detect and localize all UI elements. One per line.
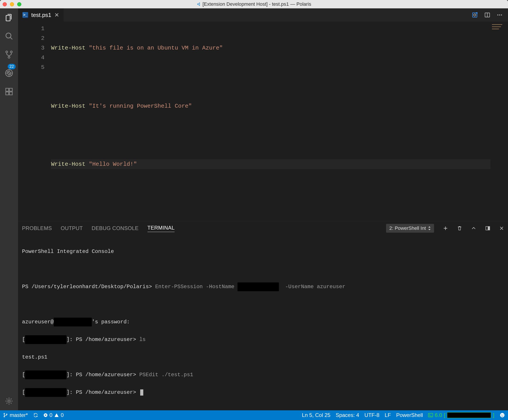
powershell-file-icon: >_: [22, 12, 28, 18]
panel-tab-output[interactable]: OUTPUT: [61, 225, 83, 231]
svg-point-18: [474, 14, 476, 16]
git-branch-status[interactable]: master*: [3, 412, 28, 418]
svg-point-34: [6, 414, 7, 415]
terminal-selector-label: 2: PowerShell Int: [389, 225, 426, 231]
search-tab[interactable]: [4, 31, 14, 41]
tab-test-ps1[interactable]: >_ test.ps1 ✕: [18, 8, 64, 22]
svg-point-4: [8, 56, 10, 58]
settings-gear[interactable]: [4, 396, 14, 406]
titlebar: [Extension Development Host] - test.ps1 …: [0, 0, 508, 8]
svg-rect-38: [428, 413, 433, 417]
svg-rect-15: [9, 92, 12, 95]
panel: PROBLEMS OUTPUT DEBUG CONSOLE TERMINAL 2…: [18, 221, 508, 410]
maximize-panel-icon[interactable]: [471, 226, 476, 231]
terminal-line: PS /Users/tylerleonhardt/Desktop/Polaris…: [22, 282, 504, 291]
svg-rect-12: [6, 88, 8, 91]
svg-marker-24: [428, 226, 431, 228]
indentation-status[interactable]: Spaces: 4: [336, 412, 359, 418]
terminal-selector[interactable]: 2: PowerShell Int: [386, 224, 434, 233]
svg-point-33: [4, 416, 5, 417]
terminal-line: [xxxxxxxxxxxxx]: PS /home/azureuser> PSE…: [22, 370, 504, 379]
extensions-tab[interactable]: [4, 86, 14, 97]
svg-point-23: [501, 15, 502, 16]
svg-point-16: [8, 400, 10, 402]
panel-tab-terminal[interactable]: TERMINAL: [148, 225, 175, 232]
cursor-position-status[interactable]: Ln 5, Col 25: [302, 412, 330, 418]
terminal-cursor: [140, 390, 143, 396]
redacted-hostname: xxxxxxxxxxxxx: [25, 335, 66, 344]
svg-point-41: [501, 414, 502, 415]
terminal-line: [xxxxxxxxxxxxx]: PS /home/azureuser>: [22, 388, 504, 397]
terminal-line: azureuser@xxxxxxxxxxxx's password:: [22, 318, 504, 326]
explorer-tab[interactable]: [4, 12, 14, 23]
more-actions-icon[interactable]: [497, 12, 503, 18]
redacted-hostname: xxxxxxxxxxxxx: [238, 282, 279, 291]
line-number: 5: [18, 62, 45, 72]
minimap[interactable]: [490, 22, 508, 221]
vscode-icon: [197, 2, 201, 6]
svg-point-2: [6, 51, 7, 53]
svg-line-1: [10, 38, 12, 39]
terminal-line: test.ps1: [22, 353, 504, 362]
svg-point-32: [4, 413, 5, 414]
redacted-hostname: xxxxxxxxxxxxx: [25, 370, 66, 379]
eol-status[interactable]: LF: [385, 412, 391, 418]
minimize-window[interactable]: [10, 2, 14, 6]
close-panel-icon[interactable]: [499, 226, 504, 231]
zoom-window[interactable]: [17, 2, 21, 6]
status-bar: master* 0 0 Ln 5, Col 25 Spaces: 4 UTF-8…: [0, 410, 508, 420]
branch-name: master*: [10, 412, 28, 418]
line-number: 4: [18, 53, 45, 62]
open-changes-icon[interactable]: [471, 12, 478, 18]
svg-point-22: [499, 15, 500, 16]
warning-count: 0: [61, 412, 64, 418]
svg-point-3: [10, 51, 12, 53]
error-count: 0: [50, 412, 52, 418]
redacted-hostname: xxxxxxxxxxxxx: [25, 388, 66, 397]
tab-label: test.ps1: [31, 12, 51, 18]
sync-status[interactable]: [33, 413, 38, 418]
encoding-status[interactable]: UTF-8: [365, 412, 380, 418]
feedback-icon[interactable]: [500, 412, 505, 418]
svg-point-40: [500, 413, 504, 417]
line-number: 1: [18, 24, 45, 33]
code-editor[interactable]: 1 2 3 4 5 Write-Host "this file is on an…: [18, 22, 508, 221]
problems-status[interactable]: 0 0: [43, 412, 64, 418]
terminal-line: PowerShell Integrated Console: [22, 247, 504, 256]
source-control-tab[interactable]: 22: [4, 49, 14, 60]
svg-point-42: [503, 414, 503, 415]
activity-bar: 22: [0, 8, 18, 410]
redacted-status: [447, 412, 491, 418]
debug-tab[interactable]: [4, 68, 14, 78]
window-title-text: [Extension Development Host] - test.ps1 …: [202, 1, 311, 7]
line-gutter: 1 2 3 4 5: [18, 22, 51, 221]
redacted-hostname: xxxxxxxxxxxx: [54, 318, 92, 326]
svg-rect-29: [488, 226, 490, 230]
window-controls: [3, 2, 21, 6]
split-editor-icon[interactable]: [484, 12, 490, 18]
panel-tab-bar: PROBLEMS OUTPUT DEBUG CONSOLE TERMINAL 2…: [18, 221, 508, 235]
language-mode-status[interactable]: PowerShell: [396, 412, 423, 418]
powershell-version-status[interactable]: 6.0 []: [428, 412, 494, 418]
window-title: [Extension Development Host] - test.ps1 …: [197, 1, 311, 7]
move-panel-icon[interactable]: [485, 226, 490, 231]
terminal-line: [xxxxxxxxxxxxx]: PS /home/azureuser> ls: [22, 335, 504, 344]
svg-point-21: [497, 15, 499, 16]
panel-tab-problems[interactable]: PROBLEMS: [22, 225, 52, 231]
svg-point-0: [6, 33, 11, 38]
close-window[interactable]: [3, 2, 7, 6]
terminal-content[interactable]: PowerShell Integrated Console PS /Users/…: [18, 235, 508, 410]
scm-badge: 22: [8, 64, 16, 69]
line-number: 2: [18, 33, 45, 43]
svg-rect-13: [9, 88, 12, 91]
line-number: 3: [18, 43, 45, 53]
close-tab-icon[interactable]: ✕: [54, 12, 59, 18]
editor-tab-bar: >_ test.ps1 ✕: [18, 8, 508, 22]
kill-terminal-icon[interactable]: [457, 225, 462, 231]
code-content[interactable]: Write-Host "this file is on an Ubuntu VM…: [51, 22, 490, 221]
svg-marker-25: [428, 229, 431, 230]
new-terminal-icon[interactable]: [443, 226, 448, 231]
panel-tab-debug-console[interactable]: DEBUG CONSOLE: [92, 225, 138, 231]
svg-rect-14: [6, 92, 8, 95]
